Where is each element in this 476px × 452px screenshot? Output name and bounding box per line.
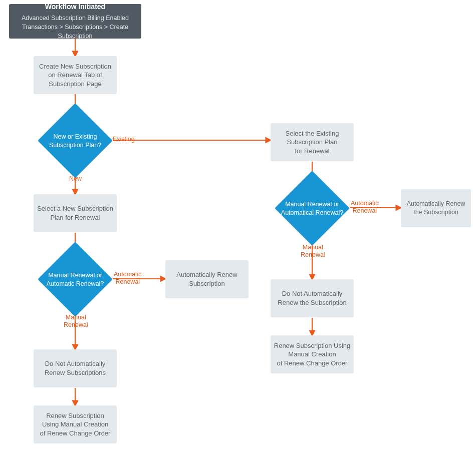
decision-new-or-existing-label: New or Existing Subscription Plan? <box>38 126 113 156</box>
start-node: Workflow Initiated Advanced Subscription… <box>9 4 141 39</box>
edge-label-auto-right: Automatic Renewal <box>351 200 379 215</box>
edge-label-existing: Existing <box>113 136 135 143</box>
node-no-auto-left: Do Not Automatically Renew Subscriptions <box>34 349 117 387</box>
edge-label-manual-right: Manual Renewal <box>301 244 325 259</box>
decision-renewal-right-label: Manual Renewal or Automatical Renewal? <box>275 194 350 224</box>
start-sub1: Advanced Subscription Billing Enabled <box>22 14 129 23</box>
node-auto-renew-left: Automatically Renew Subscription <box>165 260 249 298</box>
flowchart-canvas: Workflow Initiated Advanced Subscription… <box>0 0 476 452</box>
node-select-new-plan: Select a New Subscription Plan for Renew… <box>34 194 117 232</box>
node-select-existing-plan: Select the Existing Subscription Plan fo… <box>271 123 354 161</box>
node-manual-renew-right: Renew Subscription Using Manual Creation… <box>271 335 354 373</box>
start-title: Workflow Initiated <box>45 2 105 12</box>
node-create-subscription: Create New Subscription on Renewal Tab o… <box>34 56 117 94</box>
edge-label-manual-left: Manual Renewal <box>64 314 88 329</box>
edge-label-auto-left: Automatic Renewal <box>114 271 142 286</box>
edge-label-new: New <box>69 175 82 183</box>
start-sub2: Transactions > Subscriptions > Create Su… <box>13 23 137 41</box>
node-no-auto-right: Do Not Automatically Renew the Subscript… <box>271 279 354 317</box>
node-auto-renew-right: Automatically Renew the Subscription <box>401 189 471 227</box>
decision-renewal-left-label: Manual Renewal or Automatic Renewal? <box>38 265 113 295</box>
node-manual-renew-left: Renew Subscription Using Manual Creation… <box>34 405 117 443</box>
